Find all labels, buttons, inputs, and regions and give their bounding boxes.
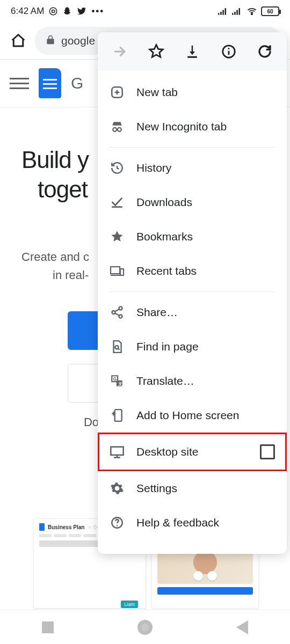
menu-new-tab[interactable]: New tab: [98, 75, 287, 109]
signal-icon: [218, 7, 229, 16]
svg-rect-1: [218, 13, 220, 14]
svg-point-29: [115, 346, 119, 349]
menu-find-in-page[interactable]: Find in page: [98, 330, 287, 364]
svg-point-25: [112, 311, 115, 314]
gear-icon: [110, 481, 125, 496]
svg-point-13: [228, 48, 229, 49]
menu-label: Settings: [136, 482, 177, 495]
nav-recents-button[interactable]: [42, 621, 54, 633]
menu-divider: [110, 147, 275, 148]
nav-home-button[interactable]: [137, 620, 153, 635]
svg-point-26: [119, 315, 122, 318]
menu-history[interactable]: History: [98, 151, 287, 185]
help-icon: [110, 515, 125, 530]
menu-label: Share…: [136, 306, 178, 319]
svg-point-17: [113, 128, 117, 131]
svg-rect-2: [220, 12, 222, 15]
menu-label: Find in page: [136, 340, 199, 353]
hamburger-menu-button[interactable]: [10, 78, 29, 89]
menu-incognito[interactable]: New Incognito tab: [98, 109, 287, 144]
star-filled-icon: [110, 229, 125, 244]
forward-button[interactable]: [111, 42, 129, 61]
menu-label: New Incognito tab: [136, 120, 227, 133]
history-icon: [110, 160, 125, 175]
menu-settings[interactable]: Settings: [98, 471, 287, 506]
svg-rect-6: [234, 12, 236, 15]
svg-rect-5: [232, 13, 234, 14]
menu-label: Help & feedback: [136, 516, 219, 529]
desktop-icon: [110, 444, 125, 459]
menu-label: Downloads: [136, 196, 192, 209]
svg-rect-3: [222, 10, 224, 15]
snapchat-icon: [62, 6, 72, 16]
desktop-site-checkbox[interactable]: [260, 444, 275, 459]
menu-label: Desktop site: [136, 445, 199, 458]
plus-square-icon: [110, 85, 125, 100]
menu-downloads[interactable]: Downloads: [98, 185, 287, 219]
add-to-home-icon: [110, 408, 125, 423]
svg-rect-23: [120, 269, 124, 275]
nav-back-button[interactable]: [236, 620, 248, 634]
svg-rect-4: [225, 8, 227, 15]
share-icon: [110, 305, 125, 320]
menu-share[interactable]: Share…: [98, 295, 287, 330]
chrome-overflow-menu: New tab New Incognito tab History Downlo…: [98, 32, 287, 554]
menu-label: New tab: [136, 86, 178, 99]
svg-rect-34: [111, 447, 123, 455]
menu-label: Translate…: [136, 375, 194, 387]
menu-desktop-site[interactable]: Desktop site: [98, 433, 287, 471]
home-button[interactable]: [8, 30, 29, 52]
menu-translate[interactable]: G文 Translate…: [98, 364, 287, 398]
svg-rect-33: [115, 409, 122, 421]
menu-help-feedback[interactable]: Help & feedback: [98, 506, 287, 540]
downloads-check-icon: [110, 195, 125, 210]
url-text: google: [61, 34, 95, 47]
lock-icon: [45, 34, 56, 48]
svg-point-9: [251, 13, 252, 14]
menu-label: Bookmarks: [136, 230, 193, 243]
svg-line-27: [115, 309, 119, 312]
menu-divider: [110, 291, 275, 292]
menu-label: Add to Home screen: [136, 409, 239, 422]
menu-bookmarks[interactable]: Bookmarks: [98, 219, 287, 254]
svg-point-0: [50, 8, 57, 15]
svg-point-24: [119, 306, 122, 310]
svg-rect-8: [239, 8, 241, 15]
svg-text:文: 文: [118, 382, 122, 386]
page-info-button[interactable]: [220, 42, 238, 61]
download-button[interactable]: [183, 42, 201, 61]
google-docs-icon: [39, 68, 61, 98]
svg-rect-7: [236, 10, 238, 15]
reload-button[interactable]: [256, 42, 274, 61]
signal-icon-2: [232, 7, 243, 16]
status-overflow-icon: •••: [91, 6, 104, 17]
brand-text: G: [71, 74, 83, 92]
menu-recent-tabs[interactable]: Recent tabs: [98, 254, 287, 288]
svg-point-38: [117, 525, 118, 526]
battery-icon: 60: [261, 6, 279, 16]
user-tag-liam: Liam: [121, 601, 138, 608]
svg-point-18: [118, 128, 121, 131]
status-bar: 6:42 AM ••• 60: [0, 0, 290, 23]
menu-label: Recent tabs: [136, 265, 197, 277]
translate-icon: G文: [110, 374, 125, 389]
hero-sub-line: Create and c: [21, 250, 89, 264]
svg-line-30: [118, 349, 119, 350]
menu-add-to-home[interactable]: Add to Home screen: [98, 398, 287, 433]
hero-sub-line: in real-: [21, 268, 89, 282]
devices-icon: [110, 264, 125, 279]
svg-text:G: G: [113, 376, 117, 382]
menu-label: History: [136, 162, 171, 174]
hero-title-line: Build y: [21, 147, 89, 173]
svg-rect-10: [187, 56, 197, 58]
find-in-page-icon: [110, 339, 125, 354]
preview-title: Business Plan: [48, 524, 84, 530]
svg-line-28: [115, 313, 119, 316]
system-nav-bar: [0, 610, 290, 644]
status-time: 6:42 AM: [11, 6, 44, 17]
wifi-icon: [246, 6, 258, 16]
status-app-icon: [48, 6, 58, 16]
svg-rect-21: [111, 267, 120, 274]
incognito-icon: [110, 119, 125, 134]
bookmark-star-button[interactable]: [147, 42, 165, 61]
